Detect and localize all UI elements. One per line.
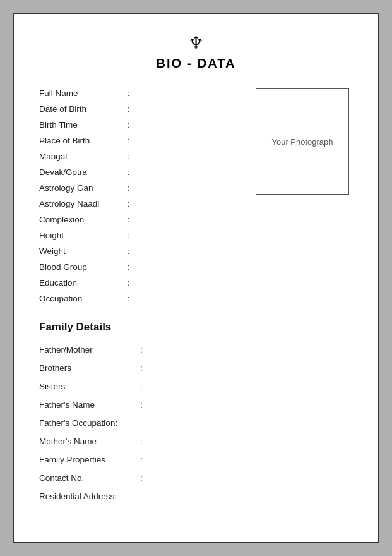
field-colon: : (128, 199, 130, 208)
field-label: Place of Birth (39, 136, 128, 145)
personal-field-row: Place of Birth: (39, 133, 239, 145)
personal-field-row: Date of Birth: (39, 102, 239, 114)
field-value (135, 181, 239, 191)
field-label: Complexion (39, 215, 128, 224)
family-colon: : (140, 382, 143, 391)
field-label: Height (39, 231, 128, 240)
field-value (135, 165, 239, 175)
family-value (148, 452, 353, 462)
family-colon: : (140, 437, 143, 446)
family-value (148, 471, 353, 481)
header: ♆ BIO - DATA (39, 33, 353, 71)
family-fields-container: Father/Mother:Brothers:Sisters:Father's … (39, 342, 353, 501)
field-value (135, 260, 239, 270)
family-value (148, 361, 353, 371)
field-colon: : (128, 120, 130, 130)
field-colon: : (128, 215, 130, 224)
field-label: Date of Birth (39, 104, 128, 114)
family-colon: : (140, 363, 143, 373)
personal-field-row: Devak/Gotra: (39, 165, 239, 177)
personal-field-row: Height: (39, 228, 239, 240)
family-field-row: Brothers: (39, 361, 353, 373)
field-label: Mangal (39, 152, 128, 161)
family-label: Brothers (39, 363, 140, 373)
personal-field-row: Weight: (39, 244, 239, 256)
field-label: Weight (39, 246, 128, 256)
family-details-section: Family Details Father/Mother:Brothers:Si… (39, 321, 353, 501)
field-value (135, 228, 239, 238)
header-icon: ♆ (39, 33, 353, 54)
bio-data-page: ♆ BIO - DATA Full Name:Date of Birth:Bir… (13, 13, 379, 543)
personal-field-row: Education: (39, 275, 239, 287)
personal-field-row: Astrology Gan: (39, 181, 239, 193)
field-colon: : (128, 152, 130, 161)
photo-box: Your Photograph (256, 88, 349, 195)
field-value (135, 196, 239, 207)
family-section-title: Family Details (39, 321, 353, 334)
field-label: Astrology Naadi (39, 199, 128, 208)
personal-field-row: Mangal: (39, 149, 239, 161)
field-value (135, 133, 239, 143)
main-content: Full Name:Date of Birth:Birth Time:Place… (39, 86, 353, 307)
family-field-row: Residential Address: (39, 489, 353, 501)
family-field-row: Father's Occupation: (39, 416, 353, 428)
field-value (135, 86, 239, 96)
photo-section: Your Photograph (252, 86, 353, 307)
family-field-row: Family Properties: (39, 452, 353, 464)
family-label: Father's Occupation: (39, 418, 140, 428)
field-value (135, 212, 239, 222)
field-value (135, 244, 239, 254)
field-label: Full Name (39, 88, 128, 98)
field-value (135, 118, 239, 128)
field-colon: : (128, 278, 130, 287)
field-colon: : (128, 183, 130, 193)
family-field-row: Sisters: (39, 379, 353, 391)
family-colon: : (140, 400, 143, 409)
family-label: Father's Name (39, 400, 140, 409)
personal-field-row: Complexion: (39, 212, 239, 224)
family-field-row: Mother's Name: (39, 434, 353, 446)
family-value (145, 416, 353, 426)
family-colon: : (140, 473, 143, 483)
family-value (148, 397, 353, 408)
family-label: Mother's Name (39, 437, 140, 446)
family-label: Contact No. (39, 473, 140, 483)
field-colon: : (128, 88, 130, 98)
family-field-row: Father's Name: (39, 397, 353, 409)
field-label: Birth Time (39, 120, 128, 130)
field-label: Blood Group (39, 262, 128, 272)
field-value (135, 102, 239, 112)
family-value (148, 342, 353, 353)
personal-fields-section: Full Name:Date of Birth:Birth Time:Place… (39, 86, 239, 307)
field-value (135, 291, 239, 301)
field-colon: : (128, 104, 130, 114)
field-colon: : (128, 231, 130, 240)
family-label: Sisters (39, 382, 140, 391)
personal-field-row: Blood Group: (39, 260, 239, 272)
personal-field-row: Birth Time: (39, 118, 239, 130)
family-value (145, 489, 353, 499)
field-label: Education (39, 278, 128, 287)
personal-field-row: Astrology Naadi: (39, 196, 239, 208)
field-colon: : (128, 294, 130, 303)
personal-field-row: Full Name: (39, 86, 239, 98)
personal-field-row: Occupation: (39, 291, 239, 303)
field-label: Devak/Gotra (39, 167, 128, 177)
family-value (148, 379, 353, 389)
family-value (148, 434, 353, 444)
field-colon: : (128, 136, 130, 145)
family-field-row: Father/Mother: (39, 342, 353, 354)
family-colon: : (140, 455, 143, 464)
field-value (135, 149, 239, 159)
family-label: Family Properties (39, 455, 140, 464)
field-label: Occupation (39, 294, 128, 303)
field-label: Astrology Gan (39, 183, 128, 193)
family-label: Residential Address: (39, 492, 140, 501)
personal-fields-container: Full Name:Date of Birth:Birth Time:Place… (39, 86, 239, 303)
field-colon: : (128, 167, 130, 177)
field-colon: : (128, 246, 130, 256)
field-colon: : (128, 262, 130, 272)
family-field-row: Contact No.: (39, 471, 353, 483)
family-label: Father/Mother (39, 345, 140, 354)
field-value (135, 275, 239, 286)
